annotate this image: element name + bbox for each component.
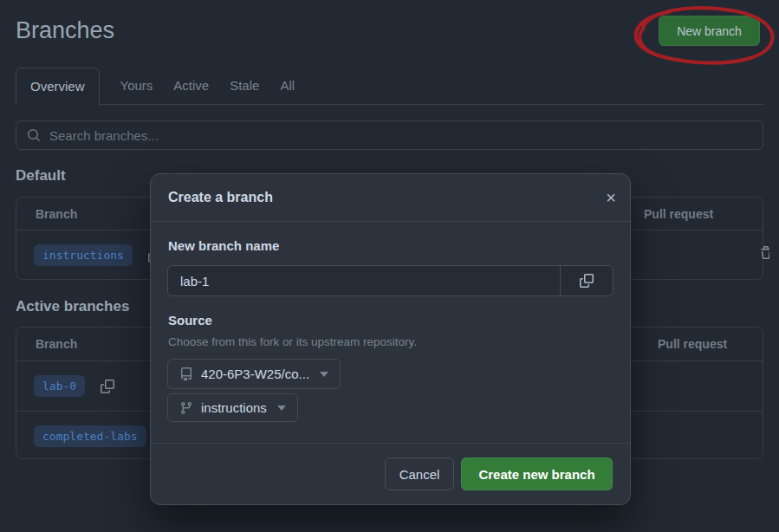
tab-overview[interactable]: Overview (16, 68, 100, 106)
copy-branch-name-button[interactable] (560, 266, 613, 295)
delete-branch-icon[interactable] (759, 246, 769, 263)
tab-stale[interactable]: Stale (230, 68, 259, 105)
dialog-footer: Cancel Create new branch (151, 443, 630, 504)
active-section-heading: Active branches (16, 298, 129, 315)
branches-tab-nav: Overview Yours Active Stale All (16, 68, 763, 105)
create-branch-dialog: Create a branch × New branch name Source… (150, 173, 631, 505)
copy-icon (580, 274, 594, 288)
tab-yours[interactable]: Yours (120, 68, 153, 105)
search-branches (16, 120, 763, 150)
source-label: Source (168, 313, 212, 328)
tab-all[interactable]: All (280, 68, 295, 105)
branches-page: Branches New branch Overview Yours Activ… (0, 0, 779, 532)
branch-link-instructions[interactable]: instructions (34, 244, 133, 266)
close-icon[interactable]: × (606, 189, 616, 206)
dialog-title: Create a branch (168, 190, 273, 205)
cancel-button[interactable]: Cancel (385, 457, 454, 490)
page-title: Branches (16, 17, 114, 44)
chevron-down-icon (320, 372, 328, 377)
repository-selector-value: 420-6P3-W25/co... (201, 367, 309, 381)
branch-selector-value: instructions (201, 400, 267, 415)
search-branches-input[interactable] (16, 120, 763, 150)
branch-name-label: New branch name (168, 238, 279, 253)
repository-selector[interactable]: 420-6P3-W25/co... (167, 359, 341, 389)
branch-selector[interactable]: instructions (167, 393, 298, 422)
branch-name-input[interactable] (168, 266, 560, 295)
branch-name-field-group (167, 265, 613, 296)
dialog-header: Create a branch × (151, 174, 630, 222)
branch-link-completed-labs[interactable]: completed-labs (34, 425, 146, 447)
chevron-down-icon (277, 405, 286, 411)
pull-request-column-header: Pull request (644, 207, 713, 221)
repo-icon (179, 367, 193, 381)
pull-request-column-header: Pull request (658, 337, 727, 351)
default-section-heading: Default (16, 167, 66, 185)
branch-column-header: Branch (16, 207, 77, 221)
create-new-branch-button[interactable]: Create new branch (461, 457, 613, 490)
new-branch-button[interactable]: New branch (659, 16, 760, 46)
tab-active[interactable]: Active (173, 68, 209, 105)
branch-column-header: Branch (16, 337, 77, 351)
source-hint-text: Choose from this fork or its upstream re… (168, 335, 417, 348)
branch-link-lab-0[interactable]: lab-0 (34, 375, 85, 397)
search-icon (27, 128, 41, 142)
copy-branch-name-icon[interactable] (101, 380, 114, 393)
git-branch-icon (179, 401, 193, 415)
